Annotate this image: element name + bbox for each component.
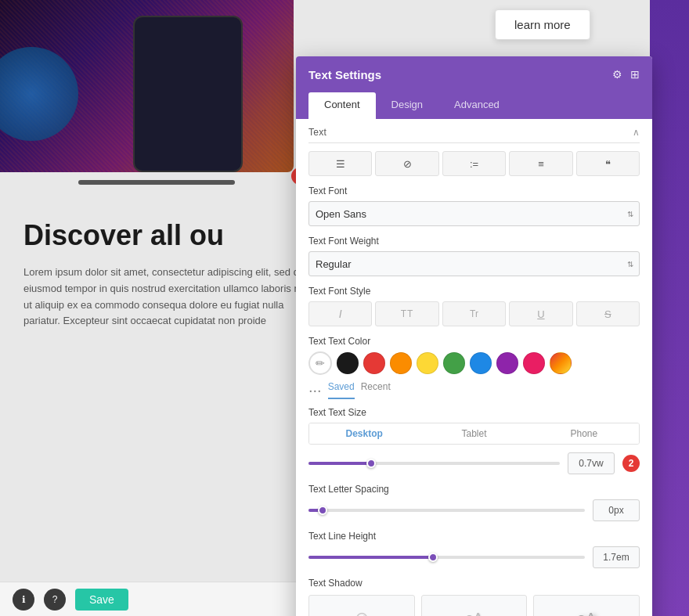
style-buttons-row: I TT Tr U S [308, 301, 640, 326]
no-shadow-icon: ⊘ [355, 608, 369, 616]
text-font-select[interactable]: Open Sans [308, 201, 640, 226]
panel-title: Text Settings [308, 68, 381, 81]
large-shadow-button[interactable]: aA [533, 595, 640, 616]
small-shadow-text: aA [465, 611, 482, 617]
badge-2-wrapper: 2 [622, 455, 640, 472]
color-swatch-gradient[interactable] [550, 352, 572, 374]
bottom-toolbar: ℹ ? Save [0, 582, 298, 616]
panel-tabs: Content Design Advanced [296, 92, 652, 119]
color-swatch-orange[interactable] [390, 352, 412, 374]
panel-body: Text ∧ ☰ ⊘ := ≡ ❝ Text Font Open Sans ⇅ … [296, 119, 652, 616]
panel-header-icons: ⚙ ⊞ [612, 68, 640, 81]
text-section-header: Text ∧ [308, 119, 640, 143]
color-swatch-purple[interactable] [496, 352, 518, 374]
color-tabs-row: ··· Saved Recent [308, 378, 640, 407]
top-dark-section [0, 0, 294, 172]
settings-icon[interactable]: ⚙ [612, 68, 622, 81]
text-settings-panel: Text Settings ⚙ ⊞ Content Design Advance… [296, 56, 652, 616]
right-accent-strip [650, 0, 689, 616]
collapse-icon[interactable]: ∧ [633, 127, 640, 138]
text-font-style-label: Text Font Style [308, 286, 640, 297]
text-font-label: Text Font [308, 186, 640, 196]
align-ordered-button[interactable]: ≡ [509, 151, 572, 176]
badge-2: 2 [622, 455, 640, 472]
tab-advanced[interactable]: Advanced [438, 92, 515, 119]
info-icon-button[interactable]: ℹ [13, 589, 34, 611]
align-buttons-row: ☰ ⊘ := ≡ ❝ [308, 151, 640, 176]
help-icon-button[interactable]: ? [44, 589, 66, 611]
color-swatch-pink[interactable] [523, 352, 545, 374]
size-tab-tablet[interactable]: Tablet [419, 423, 528, 444]
text-size-label: Text Text Size [308, 407, 640, 418]
lorem-paragraph: Lorem ipsum dolor sit amet, consectetur … [23, 265, 313, 330]
tab-design[interactable]: Design [376, 92, 438, 119]
italic-button[interactable]: I [308, 301, 372, 326]
text-font-select-wrapper: Open Sans ⇅ [308, 201, 640, 226]
text-size-slider-thumb[interactable] [366, 459, 376, 468]
size-tab-desktop[interactable]: Desktop [309, 423, 419, 444]
text-shadow-label: Text Shadow [308, 578, 640, 589]
color-swatch-blue[interactable] [470, 352, 492, 374]
line-height-label: Text Line Height [308, 531, 640, 542]
decorative-line [78, 180, 235, 185]
text-font-weight-select[interactable]: Regular [308, 251, 640, 276]
save-button[interactable]: Save [75, 589, 128, 611]
letter-spacing-slider-thumb[interactable] [318, 506, 327, 515]
tab-content[interactable]: Content [308, 92, 376, 119]
align-left-button[interactable]: ☰ [308, 151, 372, 176]
caps-button[interactable]: Tr [442, 301, 506, 326]
info-icon: ℹ [22, 594, 26, 605]
small-shadow-button[interactable]: aA [421, 595, 528, 616]
text-size-slider-track[interactable] [308, 462, 560, 465]
letter-spacing-slider-row: 0px [308, 499, 640, 521]
learn-more-button[interactable]: learn more [495, 9, 590, 40]
large-shadow-text: aA [577, 610, 596, 617]
more-colors-button[interactable]: ··· [308, 381, 322, 399]
no-shadow-button[interactable]: ⊘ [308, 595, 415, 616]
color-swatch-yellow[interactable] [417, 352, 438, 374]
size-tab-phone[interactable]: Phone [529, 423, 639, 444]
letter-spacing-value[interactable]: 0px [593, 499, 640, 521]
section-label: Text [308, 127, 326, 138]
text-size-slider-row: 0.7vw 2 [308, 452, 640, 474]
text-color-label: Text Text Color [308, 336, 640, 347]
letter-spacing-slider-track[interactable] [308, 509, 585, 512]
line-height-value[interactable]: 1.7em [593, 546, 640, 568]
align-quote-button[interactable]: ❝ [576, 151, 640, 176]
align-none-button[interactable]: ⊘ [375, 151, 438, 176]
panel-header: Text Settings ⚙ ⊞ [296, 56, 652, 92]
color-swatch-green[interactable] [443, 352, 465, 374]
shadow-options-row: ⊘ aA aA [308, 595, 640, 616]
line-height-slider-track[interactable] [308, 556, 585, 559]
underline-button[interactable]: U [509, 301, 572, 326]
text-size-slider-fill [308, 462, 371, 465]
letter-spacing-label: Text Letter Spacing [308, 484, 640, 495]
line-height-slider-fill [308, 556, 433, 559]
line-height-slider-thumb[interactable] [428, 553, 438, 562]
recent-colors-tab[interactable]: Recent [361, 381, 391, 399]
expand-icon[interactable]: ⊞ [630, 68, 640, 81]
line-height-slider-row: 1.7em [308, 546, 640, 568]
text-font-weight-select-wrapper: Regular ⇅ [308, 251, 640, 276]
align-list-button[interactable]: := [442, 151, 506, 176]
question-icon: ? [52, 594, 58, 605]
text-font-weight-label: Text Font Weight [308, 236, 640, 247]
saved-colors-tab[interactable]: Saved [328, 381, 355, 399]
size-device-tabs: Desktop Tablet Phone [308, 423, 640, 445]
color-swatches-row: ✏ [308, 351, 640, 375]
phone-mockup [133, 16, 243, 172]
strikethrough-button[interactable]: S [576, 301, 640, 326]
text-size-value[interactable]: 0.7vw [568, 452, 615, 474]
color-swatch-black[interactable] [337, 352, 359, 374]
eyedropper-icon: ✏ [316, 357, 325, 369]
allcaps-button[interactable]: TT [375, 301, 438, 326]
color-picker-button[interactable]: ✏ [308, 351, 332, 375]
color-swatch-red[interactable] [363, 352, 385, 374]
